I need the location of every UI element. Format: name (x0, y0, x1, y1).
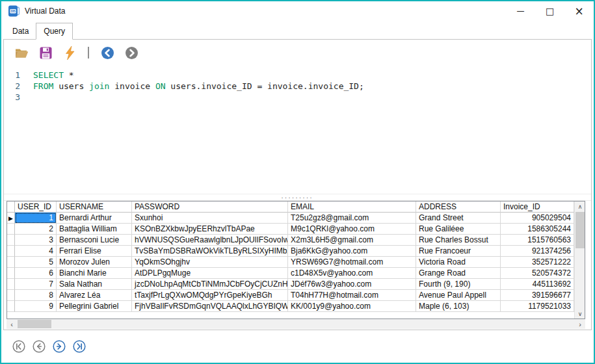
table-cell[interactable]: tTaxjfPrLgQXwOMQdgPYrGpeKiyeBGh (132, 290, 288, 301)
table-cell[interactable]: Ferrari Elise (57, 246, 132, 257)
table-cell[interactable]: AtDPLPgqMuge (132, 268, 288, 279)
table-cell[interactable]: Maple (6, 103) (416, 301, 501, 312)
table-cell[interactable]: FjhVBaIlFvRSDmGqnVQLAAQlxLhGYBIQWbU (132, 301, 288, 312)
table-cell[interactable]: c1D48X5v@yahoo.com (288, 268, 416, 279)
table-cell[interactable]: Rue Charles Bossut (416, 235, 501, 246)
close-button[interactable]: × (564, 1, 594, 21)
table-cell[interactable]: 1515760563 (501, 235, 574, 246)
table-cell[interactable]: 1 (15, 213, 57, 224)
table-cell[interactable]: 8 (15, 290, 57, 301)
table-cell[interactable]: YRSW69G7@hotmail.com (288, 257, 416, 268)
scroll-down-icon[interactable]: ∨ (575, 309, 585, 318)
row-header-cell[interactable] (7, 246, 15, 257)
column-header[interactable]: Invoice_ID (501, 202, 574, 213)
table-cell[interactable]: KSOnBZXkbwJpyEERhzvlTbAPae (132, 224, 288, 235)
table-cell[interactable]: Avenue Paul Appell (416, 290, 501, 301)
table-cell[interactable]: 5 (15, 257, 57, 268)
tab-query[interactable]: Query (36, 23, 73, 40)
table-cell[interactable]: 391596677 (501, 290, 574, 301)
table-cell[interactable]: 7 (15, 279, 57, 290)
last-record-button[interactable] (72, 339, 86, 354)
table-cell[interactable]: TvSBaYmDSBRaWOkVikTLByRLSIXyHIMbZK (132, 246, 288, 257)
table-cell[interactable]: Grange Road (416, 268, 501, 279)
table-cell[interactable]: 905029504 (501, 213, 574, 224)
table-cell[interactable]: Bianchi Marie (57, 268, 132, 279)
table-cell[interactable]: Sala Nathan (57, 279, 132, 290)
line-code (25, 92, 33, 103)
column-header[interactable]: PASSWORD (132, 202, 288, 213)
table-row: 5Morozov JulenYqOkmSOhgjhvYRSW69G7@hotma… (7, 257, 574, 268)
previous-record-button[interactable] (32, 339, 46, 354)
table-cell[interactable]: Sxunhoi (132, 213, 288, 224)
table-cell[interactable]: Alvarez Léa (57, 290, 132, 301)
table-cell[interactable]: Rue Galiléee (416, 224, 501, 235)
table-cell[interactable]: Fourth (9, 190) (416, 279, 501, 290)
maximize-button[interactable]: □ (535, 1, 564, 21)
next-record-button[interactable] (52, 339, 66, 354)
sql-editor[interactable]: 1SELECT *2FROM users join invoice ON use… (5, 66, 590, 194)
horizontal-scroll-thumb[interactable] (18, 320, 51, 328)
column-header[interactable]: EMAIL (288, 202, 416, 213)
row-header-cell[interactable] (7, 268, 15, 279)
table-cell[interactable]: Rue Francoeur (416, 246, 501, 257)
row-header-cell[interactable] (7, 224, 15, 235)
row-header-cell[interactable] (7, 290, 15, 301)
table-cell[interactable]: 2 (15, 224, 57, 235)
first-record-button[interactable] (12, 339, 26, 354)
horizontal-scrollbar[interactable]: ‹ › (7, 319, 585, 329)
table-row: 9Pellegrini GabrielFjhVBaIlFvRSDmGqnVQLA… (7, 301, 574, 312)
arrow-left-circle-icon (101, 46, 114, 60)
table-cell[interactable]: M9c1QRKl@yahoo.com (288, 224, 416, 235)
row-header-cell[interactable]: ▶ (7, 213, 15, 224)
table-cell[interactable]: YqOkmSOhgjhv (132, 257, 288, 268)
table-cell[interactable]: Battaglia William (57, 224, 132, 235)
table-cell[interactable]: hVWNUSQSGueRaawlglbnLJpOUlIFSovoIwkAiEa (132, 235, 288, 246)
table-cell[interactable]: 4 (15, 246, 57, 257)
history-back-button[interactable] (100, 46, 114, 60)
table-cell[interactable]: Grand Street (416, 213, 501, 224)
table-cell[interactable]: T25u2gz8@gmail.com (288, 213, 416, 224)
execute-query-button[interactable] (62, 46, 77, 60)
svg-text:DB: DB (10, 9, 16, 13)
table-cell[interactable]: 6 (15, 268, 57, 279)
table-cell[interactable]: KK/001y9@yahoo.com (288, 301, 416, 312)
table-cell[interactable]: 352571222 (501, 257, 574, 268)
table-cell[interactable]: JDéf76w3@yahoo.com (288, 279, 416, 290)
table-cell[interactable]: 3 (15, 235, 57, 246)
scroll-up-icon[interactable]: ∧ (575, 202, 585, 211)
row-header-cell[interactable] (7, 279, 15, 290)
minimize-button[interactable]: — (506, 1, 535, 21)
column-header[interactable]: USER_ID (15, 202, 57, 213)
history-forward-button[interactable] (124, 46, 139, 60)
table-cell[interactable]: 1586305244 (501, 224, 574, 235)
table-cell[interactable]: 9 (15, 301, 57, 312)
open-file-button[interactable] (14, 46, 29, 60)
splitter-grip-dots: ......... (282, 194, 314, 198)
table-cell[interactable]: 1179521033 (501, 301, 574, 312)
scroll-left-icon[interactable]: ‹ (7, 319, 17, 329)
table-cell[interactable]: Bernardi Arthur (57, 213, 132, 224)
tab-data[interactable]: Data (5, 24, 36, 39)
save-button[interactable] (38, 46, 53, 60)
row-header-cell[interactable] (7, 301, 15, 312)
column-header[interactable]: USERNAME (57, 202, 132, 213)
table-cell[interactable]: 921374256 (501, 246, 574, 257)
table-cell[interactable]: Bernasconi Lucie (57, 235, 132, 246)
row-header-cell[interactable] (7, 257, 15, 268)
vertical-scrollbar[interactable]: ∧ ∨ (574, 202, 585, 318)
table-cell[interactable]: 520574372 (501, 268, 574, 279)
table-cell[interactable]: Morozov Julen (57, 257, 132, 268)
table-cell[interactable]: Bja6KkG@yahoo.com (288, 246, 416, 257)
splitter-handle[interactable]: ......... (4, 194, 591, 201)
sql-keyword: join (89, 81, 109, 91)
row-header-cell[interactable] (7, 235, 15, 246)
table-cell[interactable]: X2m3L6H5@gmail.com (288, 235, 416, 246)
table-cell[interactable]: jzcDNoLhpAqMtCbTiNMmJCbFOyCjCUZnHWmTNsW (132, 279, 288, 290)
table-cell[interactable]: Pellegrini Gabriel (57, 301, 132, 312)
vertical-scroll-thumb[interactable] (575, 212, 585, 248)
table-cell[interactable]: 445113692 (501, 279, 574, 290)
column-header[interactable]: ADDRESS (416, 202, 501, 213)
scroll-right-icon[interactable]: › (575, 319, 585, 329)
table-cell[interactable]: T04hH77H@hotmail.com (288, 290, 416, 301)
table-cell[interactable]: Victoria Road (416, 257, 501, 268)
